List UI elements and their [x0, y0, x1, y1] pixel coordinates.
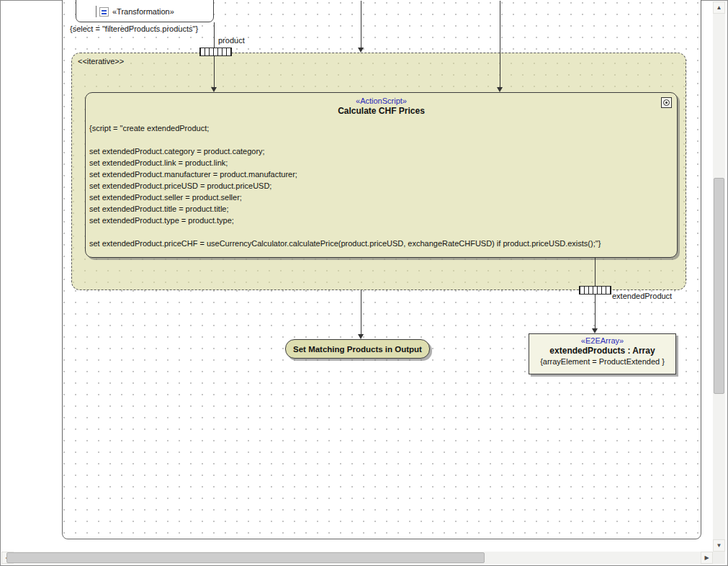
script-line: [89, 226, 677, 238]
e2earray-tag: {arrayElement = ProductExtended }: [529, 356, 675, 367]
control-flow-line[interactable]: [500, 1, 500, 87]
actionscript-title: Calculate CHF Prices: [86, 106, 677, 117]
iterative-region-label: <<iterative>>: [78, 57, 124, 66]
control-flow-line[interactable]: [361, 1, 361, 48]
arrowhead-icon: [211, 87, 217, 92]
horizontal-scrollbar[interactable]: ◀ ▶: [1, 552, 713, 564]
control-flow-line[interactable]: [361, 290, 361, 334]
script-line: set extendedProduct.type = product.type;: [89, 215, 677, 226]
object-flow-line[interactable]: [595, 258, 596, 286]
object-flow-line[interactable]: [214, 56, 215, 87]
set-matching-products-label: Set Matching Products in Output: [293, 345, 422, 354]
script-line: {script = "create extendedProduct;: [89, 122, 677, 134]
vertical-scroll-thumb[interactable]: [714, 178, 724, 394]
arrowhead-icon: [358, 334, 364, 339]
script-line: set extendedProduct.priceCHF = useCurren…: [89, 238, 677, 249]
script-line: [89, 134, 677, 145]
scroll-up-button[interactable]: ▲: [713, 1, 725, 14]
actionscript-node[interactable]: «ActionScript» Calculate CHF Prices {scr…: [85, 92, 678, 258]
transformation-tag: {select = "filteredProducts.products"}: [70, 24, 198, 33]
e2earray-title: extendedProducts : Array: [529, 346, 675, 356]
script-line: set extendedProduct.manufacturer = produ…: [89, 169, 677, 180]
e2earray-node[interactable]: «E2EArray» extendedProducts : Array {arr…: [529, 333, 676, 374]
extendedproduct-pin-label: extendedProduct: [612, 292, 672, 300]
object-flow-line[interactable]: [214, 22, 215, 48]
scroll-down-button[interactable]: ▼: [713, 539, 725, 552]
script-line: set extendedProduct.priceUSD = product.p…: [89, 180, 677, 192]
scrollbar-corner: [713, 552, 725, 564]
vertical-scrollbar[interactable]: ▲ ▼: [713, 1, 725, 552]
scroll-right-button[interactable]: ▶: [701, 552, 713, 564]
transformation-icon: [99, 7, 109, 17]
e2earray-stereotype: «E2EArray»: [529, 336, 675, 346]
application-window: «Transformation» {select = "filteredProd…: [0, 0, 728, 566]
arrowhead-icon: [497, 87, 503, 92]
scroll-down-icon: ▼: [716, 542, 722, 549]
arrowhead-icon: [358, 48, 364, 53]
set-matching-products-node[interactable]: Set Matching Products in Output: [285, 339, 430, 359]
arrowhead-icon: [592, 328, 598, 333]
product-pin[interactable]: [199, 48, 232, 56]
actionscript-stereotype: «ActionScript»: [86, 96, 677, 106]
transformation-node[interactable]: «Transformation»: [76, 0, 214, 22]
script-line: set extendedProduct.link = product.link;: [89, 157, 677, 169]
extendedproduct-pin[interactable]: [579, 286, 611, 295]
script-line: set extendedProduct.title = product.titl…: [89, 203, 677, 215]
scroll-right-icon: ▶: [704, 554, 709, 561]
script-line: set extendedProduct.seller = product.sel…: [89, 192, 677, 203]
actionscript-script: {script = "create extendedProduct; set e…: [89, 122, 677, 249]
divider: [96, 6, 96, 17]
gear-icon: [661, 97, 672, 108]
horizontal-scroll-thumb[interactable]: [6, 552, 485, 563]
transformation-stereotype: «Transformation»: [112, 7, 174, 16]
script-line: set extendedProduct.category = product.c…: [89, 145, 677, 157]
product-pin-label: product: [218, 36, 245, 45]
object-flow-line[interactable]: [595, 295, 596, 328]
scroll-up-icon: ▲: [716, 4, 722, 11]
